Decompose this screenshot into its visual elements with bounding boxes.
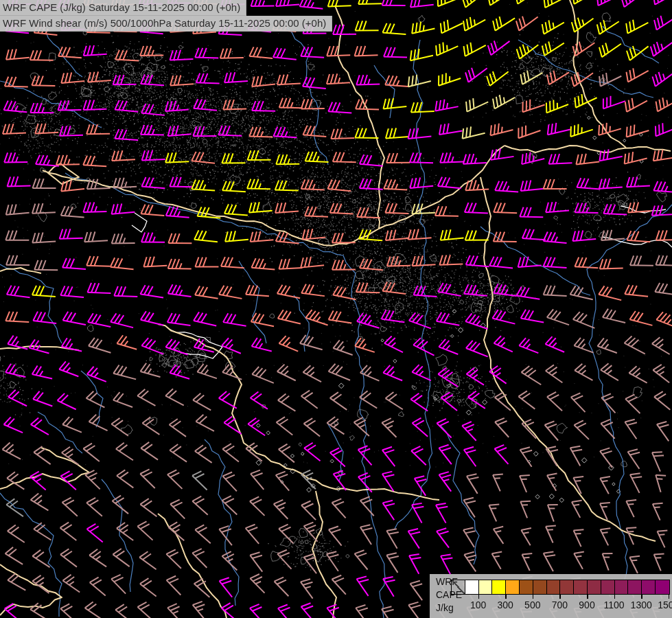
legend-tick-label: 100	[463, 599, 494, 610]
legend-color-box	[452, 580, 465, 594]
legend-color-box	[656, 580, 669, 594]
legend-tick-label: 1300	[626, 599, 656, 610]
legend-color-box	[547, 580, 561, 594]
legend-tick	[669, 595, 670, 599]
legend-tick-label: 1500	[653, 599, 672, 610]
map-title-overlay: WRF CAPE (J/kg) Saturday 15-11-2025 00:0…	[0, 0, 332, 32]
legend-color-box	[642, 580, 656, 594]
legend-color-box	[601, 580, 615, 594]
legend-tick	[614, 595, 616, 599]
legend-tick	[505, 595, 507, 599]
legend-color-box	[560, 580, 574, 594]
legend-tick-label: 900	[572, 599, 602, 610]
legend-tick	[587, 595, 588, 599]
legend-color-box	[574, 580, 588, 594]
legend-color-box	[520, 580, 533, 594]
legend-label-line: J/kg	[436, 602, 462, 615]
cape-legend: WRFCAPEJ/kg 100300500700900110013001500	[430, 574, 672, 618]
weather-map-canvas	[0, 0, 672, 618]
legend-color-box	[533, 580, 547, 594]
legend-color-box	[492, 580, 506, 594]
legend-tick-label: 1100	[599, 599, 629, 610]
legend-color-box	[615, 580, 629, 594]
legend-color-bar	[451, 580, 670, 595]
legend-tick-label: 700	[544, 599, 575, 610]
legend-tick	[478, 595, 480, 599]
title-cape: WRF CAPE (J/kg) Saturday 15-11-2025 00:0…	[0, 0, 246, 16]
title-wind-shear: WRF Wind shear (m/s) 500/1000hPa Saturda…	[0, 16, 332, 32]
legend-tick	[559, 595, 561, 599]
legend-tick-label: 300	[490, 599, 520, 610]
legend-tick	[533, 595, 534, 599]
legend-tick	[641, 595, 642, 599]
legend-color-box	[506, 580, 520, 594]
legend-color-box	[479, 580, 493, 594]
legend-color-box	[465, 580, 479, 594]
legend-tick-label: 500	[518, 599, 548, 610]
legend-color-box	[588, 580, 601, 594]
legend-color-box	[628, 580, 642, 594]
